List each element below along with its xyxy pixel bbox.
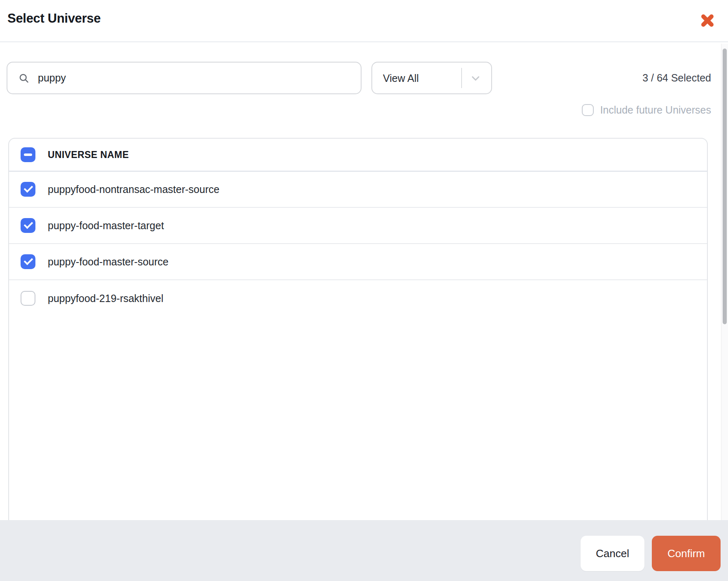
include-future-label: Include future Universes xyxy=(600,104,711,116)
universe-row[interactable]: puppy-food-master-target xyxy=(9,208,707,244)
universe-table-header: UNIVERSE NAME xyxy=(9,139,707,172)
row-checkbox[interactable] xyxy=(21,182,35,197)
row-checkbox[interactable] xyxy=(21,218,35,233)
universe-name: puppyfood-219-rsakthivel xyxy=(48,293,163,304)
search-box xyxy=(7,62,362,94)
modal-header: Select Universe xyxy=(0,0,728,42)
row-checkbox[interactable] xyxy=(21,291,35,306)
dropdown-divider xyxy=(461,68,462,88)
cancel-button[interactable]: Cancel xyxy=(581,536,644,571)
universe-list: puppyfood-nontransac-master-source puppy… xyxy=(9,172,707,316)
close-icon xyxy=(698,11,717,30)
view-filter-value: View All xyxy=(383,72,419,84)
page-title: Select Universe xyxy=(7,11,100,26)
view-filter-dropdown[interactable]: View All xyxy=(371,62,492,94)
universe-name: puppy-food-master-target xyxy=(48,220,164,232)
selected-count: 3 / 64 Selected xyxy=(642,62,711,94)
row-checkbox[interactable] xyxy=(21,254,35,269)
universe-row[interactable]: puppyfood-219-rsakthivel xyxy=(9,280,707,316)
universe-row[interactable]: puppy-food-master-source xyxy=(9,244,707,280)
universe-table: UNIVERSE NAME puppyfood-nontransac-maste… xyxy=(8,138,708,520)
close-button[interactable] xyxy=(698,11,717,30)
search-icon xyxy=(18,72,30,84)
universe-name: puppyfood-nontransac-master-source xyxy=(48,184,219,195)
universe-name: puppy-food-master-source xyxy=(48,256,168,268)
scrollbar-thumb[interactable] xyxy=(723,49,727,324)
universe-row[interactable]: puppyfood-nontransac-master-source xyxy=(9,172,707,208)
select-all-checkbox[interactable] xyxy=(21,147,35,162)
search-input[interactable] xyxy=(37,72,350,84)
chevron-down-icon xyxy=(469,72,482,84)
modal-footer: Cancel Confirm xyxy=(0,520,728,581)
confirm-button[interactable]: Confirm xyxy=(652,536,721,571)
column-header-universe-name: UNIVERSE NAME xyxy=(48,149,129,160)
include-future-universes-option: Include future Universes xyxy=(582,103,711,116)
include-future-checkbox[interactable] xyxy=(582,104,594,116)
scrollbar-track[interactable] xyxy=(721,44,728,520)
